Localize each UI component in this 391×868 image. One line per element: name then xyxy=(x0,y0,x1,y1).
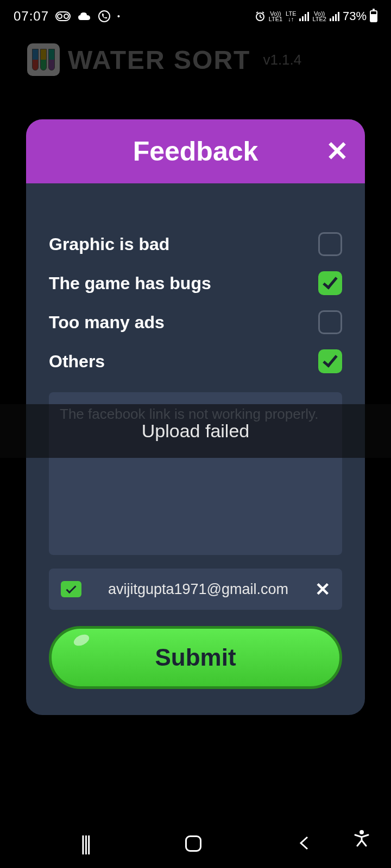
checkbox-checked[interactable] xyxy=(318,349,342,373)
svg-point-1 xyxy=(58,14,62,18)
battery-icon xyxy=(370,10,377,22)
modal-header: Feedback ✕ xyxy=(26,119,365,183)
option-others[interactable]: Others xyxy=(49,349,342,373)
nav-home-button[interactable] xyxy=(185,835,201,852)
app-title: WATER SORT xyxy=(68,45,250,75)
navigation-bar: ||| xyxy=(0,819,391,868)
checkbox-unchecked[interactable] xyxy=(318,310,342,334)
email-value: avijitgupta1971@gmail.com xyxy=(91,581,305,598)
dot-icon: • xyxy=(117,12,120,21)
modal-body: Graphic is bad The game has bugs Too man… xyxy=(26,183,365,715)
app-icon xyxy=(27,43,60,76)
close-button[interactable]: ✕ xyxy=(326,136,349,167)
signal2-icon xyxy=(330,11,339,21)
clear-email-button[interactable]: ✕ xyxy=(315,578,330,600)
option-too-many-ads[interactable]: Too many ads xyxy=(49,310,342,334)
option-label: Graphic is bad xyxy=(49,234,169,254)
svg-point-2 xyxy=(64,14,68,18)
option-graphic-bad[interactable]: Graphic is bad xyxy=(49,232,342,256)
nav-recent-button[interactable]: ||| xyxy=(80,832,89,855)
sim2-label: Vo))LTE2 xyxy=(312,11,326,22)
lte-label: LTE↓↑ xyxy=(286,11,296,22)
alarm-icon xyxy=(255,11,266,22)
whatsapp-icon xyxy=(98,10,111,23)
svg-point-5 xyxy=(360,830,364,834)
checkbox-checked[interactable] xyxy=(318,271,342,295)
option-has-bugs[interactable]: The game has bugs xyxy=(49,271,342,295)
sim1-label: Vo))LTE1 xyxy=(269,11,282,22)
cloud-icon xyxy=(77,11,91,21)
checkbox-unchecked[interactable] xyxy=(318,232,342,256)
nav-back-button[interactable] xyxy=(298,832,311,856)
app-version: v1.1.4 xyxy=(263,52,301,68)
background-app: WATER SORT v1.1.4 xyxy=(0,33,391,87)
email-field[interactable]: avijitgupta1971@gmail.com ✕ xyxy=(49,569,342,610)
feedback-textarea[interactable]: The facebook link is not working properl… xyxy=(49,392,342,555)
signal1-icon xyxy=(299,11,309,21)
feedback-modal: Feedback ✕ Graphic is bad The game has b… xyxy=(26,119,365,715)
option-label: Others xyxy=(49,352,105,372)
status-right: Vo))LTE1 LTE↓↑ Vo))LTE2 73% xyxy=(255,9,377,23)
status-bar: 07:07 • Vo))LTE1 LTE↓↑ Vo))LTE2 73% xyxy=(0,0,391,33)
submit-label: Submit xyxy=(155,644,236,671)
option-label: The game has bugs xyxy=(49,273,211,293)
accessibility-icon[interactable] xyxy=(354,829,369,849)
option-label: Too many ads xyxy=(49,312,165,333)
battery-percent: 73% xyxy=(343,9,367,23)
voicemail-icon xyxy=(55,11,71,21)
svg-point-3 xyxy=(99,11,110,22)
submit-button[interactable]: Submit xyxy=(49,626,342,689)
modal-title: Feedback xyxy=(133,136,258,167)
email-icon xyxy=(61,581,81,597)
status-time: 07:07 xyxy=(14,9,49,24)
textarea-value: The facebook link is not working properl… xyxy=(60,406,318,422)
status-left: 07:07 • xyxy=(14,9,120,24)
